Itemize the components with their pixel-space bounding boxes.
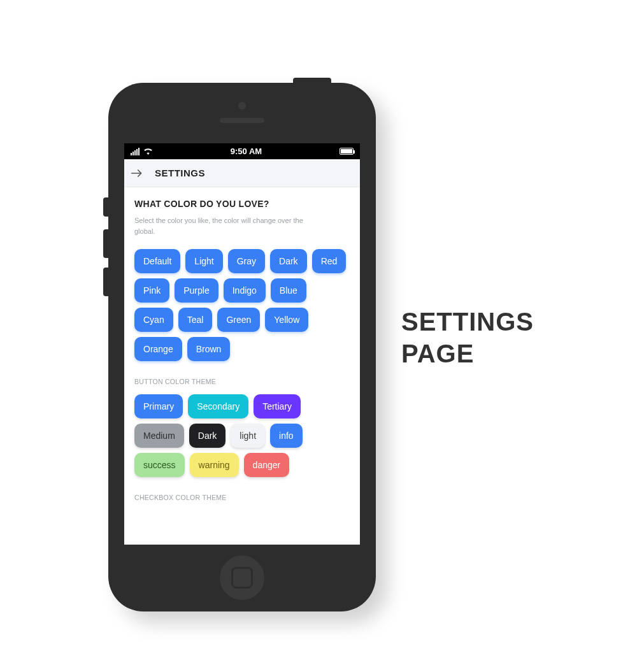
theme-option-tertiary[interactable]: Tertiary — [254, 394, 301, 418]
color-option-cyan[interactable]: Cyan — [134, 308, 173, 332]
color-option-blue[interactable]: Blue — [271, 278, 306, 303]
color-option-light[interactable]: Light — [185, 249, 222, 273]
status-bar: 9:50 AM — [124, 143, 360, 159]
status-left — [131, 148, 153, 155]
phone-speaker — [220, 118, 264, 123]
color-option-teal[interactable]: Teal — [178, 308, 213, 332]
signal-icon — [131, 148, 140, 155]
theme-option-light[interactable]: light — [231, 424, 265, 448]
caption-line2: PAGE — [401, 338, 534, 369]
color-option-orange[interactable]: Orange — [134, 337, 182, 361]
theme-option-danger[interactable]: danger — [244, 453, 290, 477]
wifi-icon — [143, 148, 153, 155]
checkbox-theme-label: CHECKBOX COLOR THEME — [134, 494, 350, 501]
phone-screen: 9:50 AM SETTINGS WHAT COLOR DO YOU LOVE?… — [124, 143, 360, 545]
color-option-indigo[interactable]: Indigo — [224, 278, 266, 303]
button-theme-label: BUTTON COLOR THEME — [134, 378, 350, 385]
battery-icon — [340, 148, 354, 155]
phone-power-button — [293, 78, 331, 84]
color-option-brown[interactable]: Brown — [187, 337, 231, 361]
page-header: SETTINGS — [124, 159, 360, 187]
color-option-dark[interactable]: Dark — [270, 249, 307, 273]
content-area: WHAT COLOR DO YOU LOVE? Select the color… — [124, 187, 360, 545]
theme-option-info[interactable]: info — [270, 424, 303, 448]
theme-option-dark[interactable]: Dark — [189, 424, 226, 448]
caption-line1: SETTINGS — [401, 306, 534, 338]
theme-option-medium[interactable]: Medium — [134, 424, 184, 448]
theme-option-primary[interactable]: Primary — [134, 394, 183, 418]
back-arrow-icon[interactable] — [131, 169, 143, 178]
theme-option-warning[interactable]: warning — [190, 453, 239, 477]
color-option-red[interactable]: Red — [312, 249, 347, 273]
color-option-gray[interactable]: Gray — [228, 249, 265, 273]
color-option-yellow[interactable]: Yellow — [265, 308, 308, 332]
phone-camera — [238, 102, 246, 110]
color-option-purple[interactable]: Purple — [175, 278, 218, 303]
phone-mute-switch — [103, 197, 110, 217]
page-caption: SETTINGS PAGE — [401, 306, 534, 369]
theme-option-success[interactable]: success — [134, 453, 185, 477]
phone-volume-up — [103, 229, 110, 258]
status-right — [340, 148, 354, 155]
theme-option-secondary[interactable]: Secondary — [188, 394, 248, 418]
phone-frame: 9:50 AM SETTINGS WHAT COLOR DO YOU LOVE?… — [108, 83, 376, 611]
color-question-subtitle: Select the color you like, the color wil… — [134, 215, 326, 236]
color-option-green[interactable]: Green — [217, 308, 260, 332]
phone-volume-down — [103, 268, 110, 296]
theme-buttons-group: PrimarySecondaryTertiaryMediumDarklighti… — [134, 394, 350, 477]
status-time: 9:50 AM — [231, 147, 262, 156]
color-option-pink[interactable]: Pink — [134, 278, 169, 303]
header-title: SETTINGS — [155, 168, 205, 178]
color-question-title: WHAT COLOR DO YOU LOVE? — [134, 199, 350, 209]
color-buttons-group: DefaultLightGrayDarkRedPinkPurpleIndigoB… — [134, 249, 350, 361]
color-option-default[interactable]: Default — [134, 249, 180, 273]
phone-home-button[interactable] — [220, 555, 264, 600]
